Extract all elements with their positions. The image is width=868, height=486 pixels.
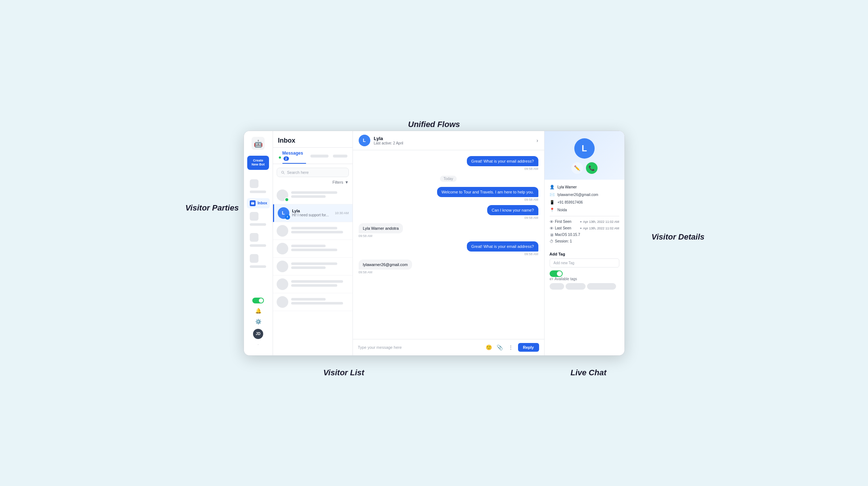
- lyla-info: Lyla Hi! I need support for...: [292, 209, 332, 217]
- emoji-icon[interactable]: 🙂: [485, 343, 493, 352]
- email-icon: ✉️: [550, 192, 555, 197]
- svg-text:🤖: 🤖: [254, 139, 263, 148]
- facebook-badge: f: [285, 215, 290, 220]
- details-os-row: 🖥 MacOS 10.15.7: [550, 232, 619, 238]
- sl-7: [291, 262, 337, 265]
- visitor-item-skeleton-5[interactable]: [273, 275, 353, 293]
- person-icon: 👤: [550, 185, 555, 189]
- annotation-top: Unified Flows: [408, 120, 460, 129]
- reply-button[interactable]: Reply: [518, 343, 539, 352]
- clock-icon: ⏱: [550, 239, 554, 244]
- sl-3: [291, 227, 337, 229]
- inbox-label: Inbox: [258, 201, 268, 205]
- tab-2[interactable]: [310, 155, 329, 160]
- details-first-seen-row: 👁 First Seen Apr 13th, 2022 11:02 AM: [550, 219, 619, 225]
- msg-group-3: Welcome to Tour and Travels. I am here t…: [359, 187, 538, 201]
- visitor-item-lyla[interactable]: L f Lyla Hi! I need support for... 10:30…: [273, 204, 353, 222]
- details-last-seen-row: 👁 Last Seen Apr 13th, 2022 11:02 AM: [550, 225, 619, 232]
- tag-toggle[interactable]: [550, 270, 563, 277]
- details-location: Noida: [558, 208, 567, 212]
- notifications-icon[interactable]: 🔔: [254, 307, 262, 314]
- chat-message-input[interactable]: [358, 345, 482, 350]
- visitor-item-skeleton-3[interactable]: [273, 240, 353, 258]
- sidebar-nav-item-4[interactable]: [247, 231, 270, 250]
- settings-icon[interactable]: ⚙️: [254, 318, 262, 325]
- msg-bubble-5: Lyla Warner andotra: [359, 223, 403, 233]
- chat-action-icons: 🙂 📎 ⋮: [485, 343, 515, 352]
- sl-5: [291, 245, 326, 247]
- details-phone-row: 📱 +91 859917406: [550, 199, 619, 206]
- search-input[interactable]: [287, 170, 345, 175]
- msg-time-6: 09:58 AM: [524, 252, 538, 256]
- first-seen-label: First Seen: [555, 220, 579, 224]
- tab-messages[interactable]: Messages 2: [282, 151, 306, 164]
- details-location-row: 📍 Noida: [550, 206, 619, 214]
- sidebar: 🤖 Create New Bot Inbox: [244, 131, 273, 355]
- sl-8: [291, 266, 326, 269]
- visitor-item-skeleton-6[interactable]: [273, 293, 353, 311]
- monitor-icon: 🖥: [550, 233, 554, 237]
- tag-chip-2[interactable]: [566, 283, 586, 290]
- search-icon: [281, 170, 285, 175]
- details-action-buttons: ✏️ 📞: [571, 162, 598, 174]
- tag-chip-3[interactable]: [587, 283, 616, 290]
- msg-group-7: lylawarner26@gmail.com 09:58 AM: [359, 260, 538, 274]
- chat-header-arrow[interactable]: ›: [537, 138, 538, 143]
- sidebar-nav-item-5[interactable]: [247, 252, 270, 271]
- chat-last-active: Last active: 2 April: [374, 141, 533, 145]
- last-seen-label: Last Seen: [555, 226, 579, 230]
- chat-contact-avatar: L: [359, 135, 370, 146]
- lyla-preview: Hi! I need support for...: [292, 213, 332, 217]
- location-icon: 📍: [550, 208, 555, 212]
- dot-1: [580, 221, 582, 222]
- details-email: lylawarner26@gmail.com: [558, 193, 598, 197]
- annotation-right: Visitor Details: [652, 232, 705, 242]
- tab-skeleton-2: [333, 155, 347, 158]
- details-os: MacOS 10.15.7: [555, 233, 580, 237]
- sidebar-nav-item-1[interactable]: [247, 177, 270, 197]
- sl-9: [291, 280, 343, 283]
- chat-header-info: Lyla Last active: 2 April: [374, 136, 533, 145]
- filter-icon[interactable]: ▼: [345, 180, 349, 184]
- phone-icon: 📱: [550, 200, 555, 205]
- edit-contact-button[interactable]: ✏️: [571, 162, 583, 174]
- status-toggle[interactable]: [252, 298, 264, 303]
- sl-10: [291, 284, 337, 287]
- details-session: Session: 1: [555, 239, 572, 243]
- msg-bubble-4: Can I know your name?: [487, 205, 538, 215]
- skeleton-avatar-3: [277, 243, 288, 254]
- annotation-bottom-left: Visitor List: [323, 368, 364, 377]
- skeleton-avatar-2: [277, 225, 288, 237]
- user-avatar[interactable]: JD: [253, 329, 263, 339]
- sidebar-nav-inbox[interactable]: Inbox: [247, 198, 270, 208]
- tab-dot-online: [279, 156, 281, 159]
- more-options-icon[interactable]: ⋮: [506, 343, 515, 352]
- annotation-bottom-right: Live Chat: [570, 368, 606, 377]
- visitor-item-skeleton-4[interactable]: [273, 258, 353, 275]
- tag-chip-1[interactable]: [550, 283, 564, 290]
- sidebar-nav-item-3[interactable]: [247, 210, 270, 229]
- create-new-bot-button[interactable]: Create New Bot: [247, 156, 269, 170]
- tab-3[interactable]: [333, 155, 347, 160]
- chat-input-area: 🙂 📎 ⋮ Reply: [353, 339, 544, 355]
- attachment-icon[interactable]: 📎: [496, 343, 504, 352]
- visitor-tabs: Messages 2: [273, 148, 353, 164]
- chat-header: L Lyla Last active: 2 April ›: [353, 131, 544, 150]
- details-email-row: ✉️ lylawarner26@gmail.com: [550, 191, 619, 199]
- user-status: -: [258, 343, 259, 346]
- filter-label[interactable]: Filters: [333, 180, 343, 184]
- msg-group-5: Lyla Warner andotra 09:58 AM: [359, 223, 538, 238]
- last-seen-value: Apr 13th, 2022 11:02 AM: [583, 226, 619, 230]
- msg-bubble-3: Welcome to Tour and Travels. I am here t…: [437, 187, 538, 197]
- skeleton-avatar-4: [277, 261, 288, 272]
- details-header: L ✏️ 📞: [545, 131, 624, 180]
- call-contact-button[interactable]: 📞: [586, 162, 598, 174]
- visitor-item-skeleton-2[interactable]: [273, 222, 353, 240]
- chat-messages: Great! What is your email address? 09:58…: [353, 150, 544, 339]
- visitor-item-skeleton-1[interactable]: [273, 187, 353, 204]
- details-avatar: L: [574, 138, 595, 159]
- add-tag-input[interactable]: [550, 258, 619, 267]
- msg-time-1: 09:58 AM: [524, 167, 538, 171]
- msg-group-1: Great! What is your email address? 09:58…: [359, 156, 538, 171]
- skeleton-line-1: [291, 191, 337, 194]
